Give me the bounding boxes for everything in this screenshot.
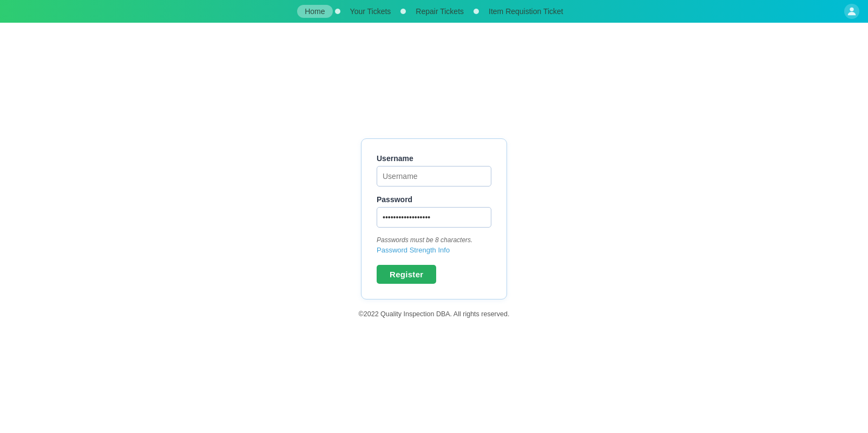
user-icon-wrapper [844,4,859,19]
nav-dot-3 [474,9,479,14]
nav-item-your-tickets-label: Your Tickets [350,7,391,16]
password-label: Password [377,195,491,204]
nav-item-your-tickets[interactable]: Your Tickets [343,5,399,18]
user-icon[interactable] [844,4,859,19]
nav-item-repair-tickets[interactable]: Repair Tickets [408,5,471,18]
main-content: Username Password Passwords must be 8 ch… [0,23,868,433]
nav-items: Home Your Tickets Repair Tickets Item Re… [297,5,571,18]
password-input[interactable] [377,207,491,228]
register-card: Username Password Passwords must be 8 ch… [361,138,507,299]
nav-item-item-requisition[interactable]: Item Requistion Ticket [481,5,571,18]
register-button[interactable]: Register [377,265,436,284]
nav-item-item-requisition-label: Item Requistion Ticket [489,7,563,16]
username-label: Username [377,154,491,163]
footer-text: ©2022 Quality Inspection DBA. All rights… [359,310,510,318]
nav-item-home-label: Home [305,7,325,16]
svg-point-0 [850,8,853,11]
nav-item-home[interactable]: Home [297,5,332,18]
nav-item-repair-tickets-label: Repair Tickets [416,7,464,16]
nav-dot-2 [400,9,406,14]
password-strength-link[interactable]: Password Strength Info [377,246,491,254]
password-hint: Passwords must be 8 characters. [377,236,491,244]
nav-dot-1 [335,9,340,14]
username-input[interactable] [377,166,491,186]
password-field-wrapper [377,207,491,236]
navbar: Home Your Tickets Repair Tickets Item Re… [0,0,868,23]
